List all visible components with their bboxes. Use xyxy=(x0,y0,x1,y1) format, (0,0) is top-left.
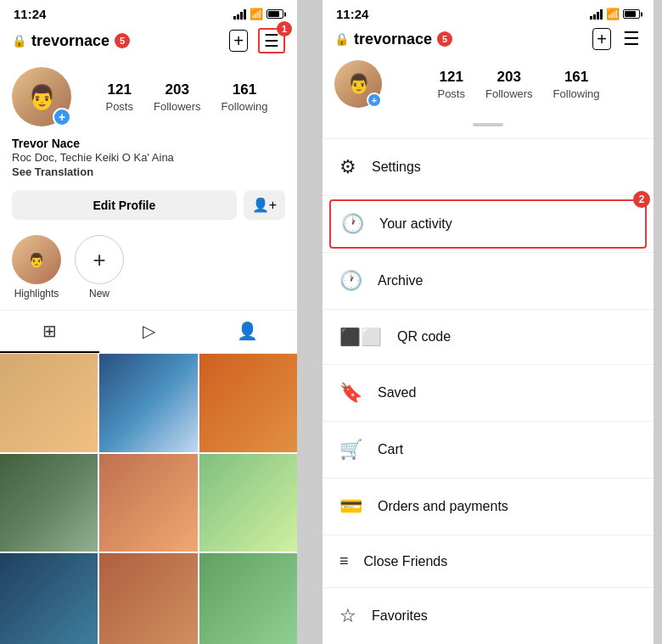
photo-cell-3[interactable] xyxy=(199,354,297,451)
qr-icon: ⬛⬜ xyxy=(339,327,382,347)
right-avatar: 👨 + xyxy=(334,60,382,108)
right-followers-stat: 203 Followers xyxy=(485,69,533,100)
profile-name-left: 🔒 trevornace 5 xyxy=(12,32,130,50)
photo-cell-7[interactable] xyxy=(0,553,98,644)
time-left: 11:24 xyxy=(14,7,46,21)
menu-label-cart: Cart xyxy=(378,442,403,457)
menu-button-right[interactable]: ☰ xyxy=(621,28,642,50)
menu-item-orders[interactable]: 💳 Orders and payments xyxy=(323,482,654,531)
right-following-count: 161 xyxy=(564,69,588,86)
profile-fullname: Trevor Nace xyxy=(12,137,285,150)
tab-reels[interactable]: ▷ xyxy=(99,311,199,353)
menu-label-archive: Archive xyxy=(378,273,423,288)
notification-badge-left: 5 xyxy=(115,33,130,48)
profile-info: Trevor Nace Roc Doc, Techie Keiki O Ka' … xyxy=(0,133,297,185)
tab-tagged[interactable]: 👤 xyxy=(198,311,297,353)
stats-group: 121 Posts 203 Followers 161 Following xyxy=(88,81,285,113)
see-translation[interactable]: See Translation xyxy=(12,165,285,178)
right-followers-count: 203 xyxy=(497,69,521,86)
archive-icon: 🕐 xyxy=(339,270,362,292)
photo-grid xyxy=(0,354,297,644)
tab-grid[interactable]: ⊞ xyxy=(0,311,99,353)
content-tabs: ⊞ ▷ 👤 xyxy=(0,310,297,354)
menu-item-archive[interactable]: 🕐 Archive xyxy=(323,256,654,305)
photo-cell-9[interactable] xyxy=(199,553,297,644)
status-icons-right: 📶 xyxy=(590,8,640,20)
followers-label: Followers xyxy=(154,100,201,113)
menu-label-settings: Settings xyxy=(372,160,421,175)
edit-profile-row: Edit Profile 👤+ xyxy=(0,185,297,228)
right-panel: 11:24 📶 🔒 trevornace 5 xyxy=(297,0,662,644)
avatar-wrap: 👨 + xyxy=(12,67,71,126)
posts-stat: 121 Posts xyxy=(105,81,133,113)
battery-icon-right xyxy=(623,9,640,19)
signal-icon xyxy=(233,9,246,20)
notification-badge-right: 5 xyxy=(437,31,452,47)
status-icons-left: 📶 xyxy=(233,8,283,20)
nav-icons-right: + ☰ xyxy=(592,28,642,50)
right-stats-group: 121 Posts 203 Followers 161 Following xyxy=(396,69,642,100)
add-post-button[interactable]: + xyxy=(229,30,248,52)
posts-label: Posts xyxy=(105,100,133,113)
menu-item-favorites[interactable]: ☆ Favorites xyxy=(323,591,654,641)
right-inner: 11:24 📶 🔒 trevornace 5 xyxy=(323,0,654,644)
profile-stats-left: 👨 + 121 Posts 203 Followers 161 Followin… xyxy=(0,60,297,133)
menu-list: ⚙ Settings 🕐 Your activity 2 🕐 Archive xyxy=(323,143,654,644)
right-followers-label: Followers xyxy=(485,87,533,100)
menu-label-qr-code: QR code xyxy=(397,329,451,344)
avatar-add-icon[interactable]: + xyxy=(53,108,71,126)
menu-item-saved[interactable]: 🔖 Saved xyxy=(323,368,654,417)
right-profile-stats: 👨 + 121 Posts 203 Followers 161 Followin… xyxy=(323,57,654,115)
photo-cell-8[interactable] xyxy=(99,553,197,644)
right-following-stat: 161 Following xyxy=(553,69,600,100)
highlight-add-button[interactable]: + xyxy=(75,235,124,284)
right-posts-stat: 121 Posts xyxy=(437,69,465,100)
menu-label-saved: Saved xyxy=(378,385,416,400)
highlight-circle-0[interactable]: 👨 xyxy=(12,235,61,284)
status-bar-left: 11:24 📶 xyxy=(0,0,297,25)
time-right: 11:24 xyxy=(336,7,368,21)
highlights-row: 👨 Highlights + New xyxy=(0,228,297,310)
signal-icon-right xyxy=(590,9,603,20)
following-label: Following xyxy=(222,100,268,113)
top-nav-left: 🔒 trevornace 5 + ☰ 1 xyxy=(0,25,297,60)
wifi-icon: 📶 xyxy=(250,8,263,20)
menu-label-favorites: Favorites xyxy=(372,608,428,624)
add-post-button-right[interactable]: + xyxy=(592,28,611,50)
close-friends-icon: ≡ xyxy=(339,552,349,570)
photo-cell-2[interactable] xyxy=(99,354,197,451)
menu-item-cart[interactable]: 🛒 Cart xyxy=(323,425,654,474)
left-panel: 11:24 📶 🔒 trevornace 5 + ☰ 1 xyxy=(0,0,297,644)
menu-handle xyxy=(323,115,654,135)
following-count: 161 xyxy=(233,81,256,98)
menu-item-close-friends[interactable]: ≡ Close Friends xyxy=(323,539,654,584)
menu-item-settings[interactable]: ⚙ Settings xyxy=(323,143,654,192)
right-posts-label: Posts xyxy=(437,87,465,100)
battery-icon xyxy=(266,9,283,19)
lock-icon: 🔒 xyxy=(12,34,26,48)
menu-item-your-activity[interactable]: 🕐 Your activity xyxy=(329,199,647,249)
menu-item-qr-code[interactable]: ⬛⬜ QR code xyxy=(323,313,654,361)
photo-cell-1[interactable] xyxy=(0,354,98,451)
highlight-label-new: New xyxy=(89,288,109,300)
profile-name-right: 🔒 trevornace 5 xyxy=(334,31,452,48)
wifi-icon-right: 📶 xyxy=(606,8,620,20)
edit-profile-button[interactable]: Edit Profile xyxy=(12,190,237,220)
menu-label-orders: Orders and payments xyxy=(378,499,508,514)
photo-cell-4[interactable] xyxy=(0,454,98,552)
highlight-item-0: 👨 Highlights xyxy=(12,235,61,300)
saved-icon: 🔖 xyxy=(339,382,362,404)
person-add-button[interactable]: 👤+ xyxy=(244,190,285,220)
cart-icon: 🛒 xyxy=(339,439,362,461)
photo-cell-6[interactable] xyxy=(199,454,297,552)
photo-cell-5[interactable] xyxy=(99,454,197,552)
menu-divider-top xyxy=(323,138,654,139)
menu-button[interactable]: ☰ 1 xyxy=(258,28,285,53)
followers-count: 203 xyxy=(166,81,189,98)
menu-handle-bar xyxy=(473,123,503,126)
right-avatar-plus[interactable]: + xyxy=(367,92,382,108)
username-right: trevornace xyxy=(354,31,432,48)
status-bar-right: 11:24 📶 xyxy=(323,0,654,25)
username-left: trevornace xyxy=(31,32,109,50)
highlight-item-new: + New xyxy=(75,235,124,300)
